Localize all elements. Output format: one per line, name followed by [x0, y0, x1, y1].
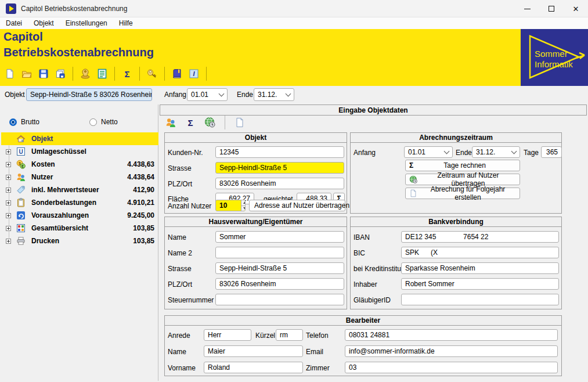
logo-line2: Informatik	[535, 59, 573, 69]
stepper-arrows[interactable]	[241, 200, 246, 211]
expand-plus-icon[interactable]	[6, 175, 11, 180]
expand-plus-icon[interactable]	[6, 188, 11, 193]
telefon-field[interactable]: 08031 24881	[345, 329, 558, 341]
zeitraum-anfang-label: Anfang	[353, 149, 376, 157]
brand-title: Capitol	[3, 30, 43, 44]
globe-clock-icon[interactable]	[204, 116, 217, 129]
ende-select[interactable]: 31.12.	[254, 88, 294, 101]
svg-text:U: U	[19, 149, 23, 155]
tage-field[interactable]: 365	[541, 146, 562, 158]
zeitraum-ende-select[interactable]: 31.12.	[472, 146, 520, 158]
users-icon[interactable]	[164, 116, 177, 129]
anfang-select[interactable]: 01.01	[187, 88, 228, 101]
chevron-down-icon	[219, 91, 225, 96]
maximize-button[interactable]	[539, 0, 564, 17]
zimmer-field[interactable]: 03	[345, 362, 558, 373]
folgejahr-button[interactable]: Abrechung für Folgejahr erstellen	[405, 188, 520, 199]
report-icon[interactable]	[96, 67, 109, 80]
menu-objekt[interactable]: Objekt	[28, 17, 60, 29]
vorname-field[interactable]: Roland	[204, 362, 303, 373]
sidebar-item-objekt[interactable]: Objekt	[1, 132, 158, 145]
glaeubigerid-field[interactable]	[401, 294, 559, 305]
email-label: Email	[306, 348, 323, 356]
zeitraum-anfang-select[interactable]: 01.01	[404, 146, 453, 158]
sidebar-item-nutzer[interactable]: Nutzer 4.438,64	[1, 171, 158, 183]
iban-field[interactable]: DE12 345 7654 22	[401, 231, 559, 243]
kuerzel-label: Kürzel	[255, 331, 275, 340]
bank-groupbox-title: Bankverbindung	[350, 217, 562, 227]
sigma-icon[interactable]: Σ	[184, 116, 197, 129]
blank-page-icon	[409, 189, 417, 197]
toolbar-separator	[164, 67, 165, 81]
info-icon[interactable]: I	[187, 67, 200, 80]
strasse-field[interactable]: Sepp-Heindl-Straße 5	[215, 162, 344, 174]
main-toolbar: Σ I	[3, 66, 208, 81]
hv-name2-field[interactable]	[215, 247, 344, 258]
sidebar-item-mehrwertsteuer[interactable]: inkl. Mehrwertsteuer 412,90	[1, 183, 158, 196]
sidebar-item-gesamtuebersicht[interactable]: Gesamtübersicht 103,85	[1, 222, 158, 235]
sidebar-item-drucken[interactable]: Drucken 103,85	[1, 235, 158, 247]
stamp-icon[interactable]	[79, 67, 92, 80]
tree-value: 103,85	[133, 224, 154, 232]
open-folder-icon[interactable]	[20, 67, 33, 80]
adresse-uebertragen-button[interactable]: Adresse auf Nutzer übertragen	[249, 200, 345, 211]
menu-einstellungen[interactable]: Einstellungen	[60, 17, 113, 29]
tage-rechnen-button[interactable]: Σ Tage rechnen	[405, 160, 520, 171]
save-all-icon[interactable]	[54, 67, 67, 80]
email-field[interactable]: info@sommer-informatik.de	[345, 345, 558, 357]
anrede-field[interactable]: Herr	[204, 329, 251, 341]
sidebar-item-kosten[interactable]: $€ Kosten 4.438,63	[1, 158, 158, 171]
help-book-icon[interactable]	[171, 67, 183, 80]
bic-field[interactable]: SPK (X	[401, 247, 559, 258]
logo-line1: Sommer	[535, 49, 568, 59]
hausverwaltung-groupbox-title: Hausverwaltung/Eigentümer	[164, 217, 347, 227]
hv-steuernummer-field[interactable]	[215, 294, 344, 305]
bearbeiter-groupbox: Bearbeiter Anrede Herr Kürzel rm Name Ma…	[164, 315, 562, 376]
chevron-down-icon	[444, 148, 450, 154]
expand-plus-icon[interactable]	[6, 162, 11, 167]
kuerzel-field[interactable]: rm	[276, 329, 303, 341]
expand-plus-icon[interactable]	[6, 239, 11, 244]
close-button[interactable]: ✕	[564, 0, 588, 17]
expand-plus-icon[interactable]	[6, 213, 11, 218]
name-field[interactable]: Maier	[204, 345, 303, 357]
brand-subtitle: Betriebskostenabrechnung	[3, 46, 154, 59]
expand-plus-icon[interactable]	[6, 149, 11, 154]
tree-value: 4.438,64	[127, 173, 154, 181]
u-icon: U	[16, 147, 26, 156]
anzahl-nutzer-stepper[interactable]: 10	[215, 200, 246, 211]
expand-plus-icon[interactable]	[6, 226, 11, 231]
iban-label: IBAN	[353, 233, 370, 242]
hv-name-field[interactable]: Sommer	[215, 231, 344, 243]
kreditinstitut-field[interactable]: Sparkasse Rosenheim	[401, 262, 559, 274]
expand-plus-icon[interactable]	[6, 200, 11, 206]
new-document-icon[interactable]	[3, 67, 16, 80]
blank-page-icon[interactable]	[233, 116, 246, 129]
object-toolbar: Σ	[164, 115, 246, 130]
zimmer-label: Zimmer	[306, 364, 330, 372]
objekt-field[interactable]: Sepp-Heindl-Straße 5 83026 Rosenheim	[26, 88, 152, 101]
sigma-icon[interactable]: Σ	[121, 67, 134, 80]
sidebar-item-umlageschuessel[interactable]: U Umlageschüssel	[1, 145, 158, 158]
hv-strasse-field[interactable]: Sepp-Heindl-Straße 5	[215, 262, 344, 274]
save-icon[interactable]	[37, 67, 50, 80]
menu-datei[interactable]: Datei	[0, 17, 28, 29]
minimize-button[interactable]	[515, 0, 539, 17]
telefon-label: Telefon	[306, 331, 329, 340]
maximize-icon	[549, 6, 554, 12]
sidebar-item-sonderbelastungen[interactable]: Sonderbelastungen 4.910,21	[1, 196, 158, 209]
radio-brutto[interactable]: Brutto	[9, 118, 39, 126]
sidebar-item-vorauszahlungen[interactable]: Vorauszahlungen 9.245,00	[1, 209, 158, 222]
sommer-informatik-logo: Sommer Informatik	[521, 29, 588, 86]
menu-hilfe[interactable]: Hilfe	[113, 17, 139, 29]
minimize-icon	[524, 9, 531, 9]
zeitraum-uebertragen-button[interactable]: Zeitraum auf Nutzer übertragen	[405, 174, 520, 185]
hv-plz-field[interactable]: 83026 Rosenheim	[215, 278, 344, 290]
ende-label: Ende	[237, 91, 253, 99]
plz-ort-field[interactable]: 83026 Rosenheim	[215, 178, 344, 189]
kunden-nr-field[interactable]: 12345	[215, 146, 344, 158]
radio-netto[interactable]: Netto	[89, 118, 118, 126]
inhaber-field[interactable]: Robert Sommer	[401, 278, 559, 290]
chevron-down-icon	[511, 148, 517, 154]
keys-icon[interactable]	[146, 67, 158, 80]
